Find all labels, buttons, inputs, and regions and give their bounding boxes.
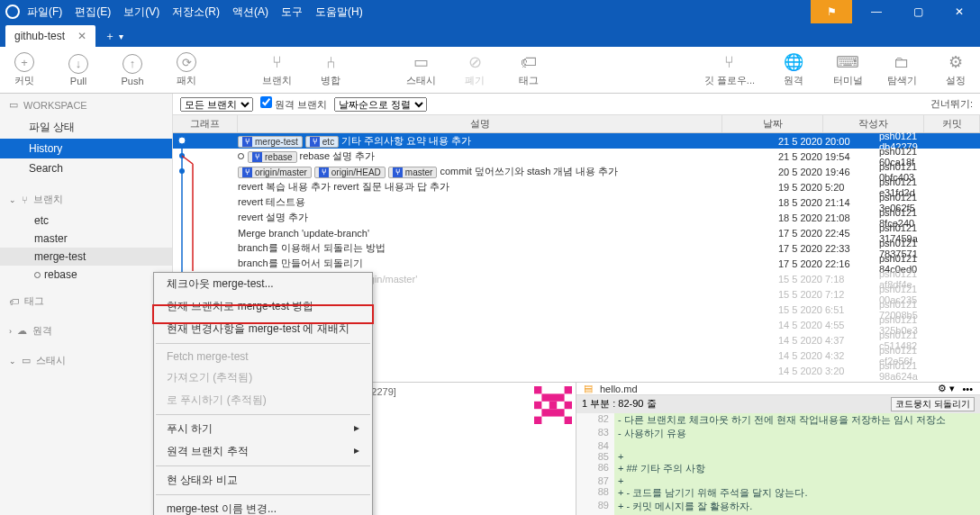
file-icon: ▤ bbox=[584, 383, 593, 394]
context-menu: 체크아웃 merge-test... 현재 브랜치로 merge-test 병합… bbox=[153, 272, 373, 515]
svg-rect-36 bbox=[565, 417, 572, 424]
tab-repo[interactable]: github-test ✕ bbox=[5, 25, 95, 47]
menu-bar: 파일(F) 편집(E) 보기(V) 저장소(R) 액션(A) 도구 도움말(H) bbox=[27, 5, 363, 20]
diff-settings-button[interactable]: ⚙ ▾ bbox=[938, 383, 955, 394]
explorer-button[interactable]: 🗀탐색기 bbox=[886, 52, 917, 87]
ctx-track[interactable]: 원격 브랜치 추적 ▸ bbox=[154, 440, 372, 463]
menu-action[interactable]: 액션(A) bbox=[232, 5, 268, 20]
sidebar-workspace-header: ▭ WORKSPACE bbox=[0, 94, 172, 116]
sidebar-history[interactable]: History bbox=[0, 139, 172, 158]
col-desc[interactable]: 설명 bbox=[238, 115, 722, 132]
stash-button[interactable]: ▭스태시 bbox=[405, 52, 436, 87]
toolbar: +커밋 ↓Pull ↑Push ⟳패치 ⑂브랜치 ⑃병합 ▭스태시 ⊘폐기 🏷태… bbox=[0, 47, 980, 94]
svg-rect-34 bbox=[541, 409, 564, 416]
revert-hunk-button[interactable]: 코드뭉치 되돌리기 bbox=[891, 397, 975, 411]
diff-panel: ▤ hello.md ⚙ ▾ ••• 1 부분 : 82-90 줄 코드뭉치 되… bbox=[576, 383, 980, 515]
sidebar-branch-master[interactable]: master bbox=[0, 230, 172, 248]
sidebar-tags-header[interactable]: 🏷 태그 bbox=[0, 289, 172, 313]
sidebar-branches-header[interactable]: ⌄ ⑂ 브랜치 bbox=[0, 187, 172, 212]
sidebar-branch-etc[interactable]: etc bbox=[0, 212, 172, 230]
push-button[interactable]: ↑Push bbox=[117, 54, 148, 86]
app-logo-icon bbox=[5, 5, 20, 19]
commit-row[interactable]: ⑂origin/master⑂origin/HEAD⑂mastercommit … bbox=[173, 164, 980, 179]
sidebar-branch-rebase[interactable]: rebase bbox=[0, 266, 172, 284]
hunk-label: 1 부분 : 82-90 줄 bbox=[582, 397, 657, 411]
commit-row[interactable]: Merge branch 'update-branch'17 5 2020 22… bbox=[173, 225, 980, 240]
remote-branch-checkbox[interactable]: 원격 브랜치 bbox=[260, 96, 327, 112]
close-button[interactable]: ✕ bbox=[939, 0, 980, 23]
gitflow-button[interactable]: ⑂깃 플로우... bbox=[704, 52, 755, 87]
menu-repo[interactable]: 저장소(R) bbox=[172, 5, 220, 20]
menu-tools[interactable]: 도구 bbox=[281, 5, 303, 20]
merge-button[interactable]: ⑃병합 bbox=[315, 52, 346, 87]
svg-point-1 bbox=[178, 137, 186, 144]
diff-content: 82- 다른 브랜치로 체크아웃 하기 전에 현재 작업내용을 저장하는 임시 … bbox=[576, 413, 980, 515]
commit-row[interactable]: ⑂rebaserebase 설명 추가21 5 2020 19:54psh012… bbox=[173, 149, 980, 164]
file-name: hello.md bbox=[600, 384, 638, 394]
commit-row[interactable]: revert 설명 추가18 5 2020 21:08psh0121 8fce2… bbox=[173, 210, 980, 225]
minimize-button[interactable]: — bbox=[856, 0, 897, 23]
commit-row[interactable]: branch를 만들어서 되돌리기17 5 2020 22:16psh0121 … bbox=[173, 256, 980, 271]
diff-more-button[interactable]: ••• bbox=[962, 384, 973, 394]
sidebar-stashes-header[interactable]: ⌄ ▭ 스태시 bbox=[0, 348, 172, 373]
menu-help[interactable]: 도움말(H) bbox=[315, 5, 363, 20]
settings-button[interactable]: ⚙설정 bbox=[940, 52, 971, 87]
tag-button[interactable]: 🏷태그 bbox=[513, 52, 544, 87]
sort-select[interactable]: 날짜순으로 정렬 bbox=[334, 97, 427, 112]
sidebar-branch-mergetest[interactable]: merge-test bbox=[0, 248, 172, 266]
svg-point-6 bbox=[179, 168, 185, 174]
discard-button[interactable]: ⊘폐기 bbox=[459, 52, 490, 87]
svg-rect-30 bbox=[541, 393, 564, 401]
fetch-button[interactable]: ⟳패치 bbox=[171, 52, 202, 87]
title-bar: 파일(F) 편집(E) 보기(V) 저장소(R) 액션(A) 도구 도움말(H)… bbox=[0, 0, 980, 23]
menu-view[interactable]: 보기(V) bbox=[123, 5, 159, 20]
branch-filter-select[interactable]: 모든 브랜치 bbox=[180, 97, 253, 112]
ctx-push-tracked: 로 푸시하기 (추적됨) bbox=[154, 389, 372, 411]
ctx-diff[interactable]: 현 상태와 비교 bbox=[154, 469, 372, 492]
svg-rect-31 bbox=[534, 402, 541, 409]
tab-label: github-test bbox=[14, 30, 65, 42]
ctx-pull-tracked: 가져오기 (추적됨) bbox=[154, 366, 372, 389]
commit-row[interactable]: revert 테스트용18 5 2020 21:14psh0121 3e062f… bbox=[173, 194, 980, 210]
col-date[interactable]: 날짜 bbox=[722, 115, 823, 132]
pull-button[interactable]: ↓Pull bbox=[63, 54, 94, 86]
col-graph[interactable]: 그래프 bbox=[173, 115, 238, 132]
skip-label: 건너뛰기: bbox=[930, 97, 973, 111]
ctx-checkout[interactable]: 체크아웃 merge-test... bbox=[154, 273, 372, 295]
ctx-rename[interactable]: merge-test 이름 변경... bbox=[154, 498, 372, 515]
menu-edit[interactable]: 편집(E) bbox=[75, 5, 111, 20]
ctx-rebase[interactable]: 현재 변경사항을 merge-test 에 재배치 bbox=[154, 318, 372, 340]
svg-line-4 bbox=[182, 156, 193, 164]
sidebar-search[interactable]: Search bbox=[0, 158, 172, 178]
maximize-button[interactable]: ▢ bbox=[897, 0, 939, 23]
tab-add-button[interactable]: ＋ ▾ bbox=[95, 25, 132, 47]
author-avatar bbox=[534, 386, 572, 424]
commit-row[interactable]: branch를 이용해서 되돌리는 방법17 5 2020 22:33psh01… bbox=[173, 240, 980, 256]
svg-rect-29 bbox=[565, 386, 572, 393]
sidebar-remotes-header[interactable]: › ☁ 원격 bbox=[0, 319, 172, 343]
filter-bar: 모든 브랜치 원격 브랜치 날짜순으로 정렬 건너뛰기: bbox=[173, 94, 980, 115]
terminal-button[interactable]: ⌨터미널 bbox=[832, 52, 863, 87]
svg-rect-32 bbox=[549, 402, 557, 409]
menu-file[interactable]: 파일(F) bbox=[27, 5, 62, 20]
ctx-fetch: Fetch merge-test bbox=[154, 347, 372, 366]
remote-button[interactable]: 🌐원격 bbox=[778, 52, 809, 87]
svg-rect-35 bbox=[534, 417, 541, 424]
ctx-push[interactable]: 푸시 하기 ▸ bbox=[154, 418, 372, 440]
column-header: 그래프 설명 날짜 작성자 커밋 bbox=[173, 115, 980, 133]
notification-flag-icon[interactable]: ⚑ bbox=[811, 0, 852, 23]
svg-rect-33 bbox=[565, 402, 572, 409]
tab-close-icon[interactable]: ✕ bbox=[77, 30, 86, 42]
commit-row[interactable]: ⑂merge-test⑂etc기타 주의사항 요약 내용 추가21 5 2020… bbox=[173, 133, 980, 149]
commit-button[interactable]: +커밋 bbox=[9, 52, 40, 87]
tab-bar: github-test ✕ ＋ ▾ bbox=[0, 23, 980, 47]
svg-rect-28 bbox=[534, 386, 541, 393]
sidebar-filestatus[interactable]: 파일 상태 bbox=[0, 116, 172, 139]
commit-row[interactable]: revert 복습 내용 추가 revert 질문 내용과 답 추가19 5 2… bbox=[173, 179, 980, 194]
ctx-merge[interactable]: 현재 브랜치로 merge-test 병합 bbox=[154, 295, 372, 318]
branch-button[interactable]: ⑂브랜치 bbox=[261, 52, 292, 87]
sidebar: ▭ WORKSPACE 파일 상태 History Search ⌄ ⑂ 브랜치… bbox=[0, 94, 173, 515]
